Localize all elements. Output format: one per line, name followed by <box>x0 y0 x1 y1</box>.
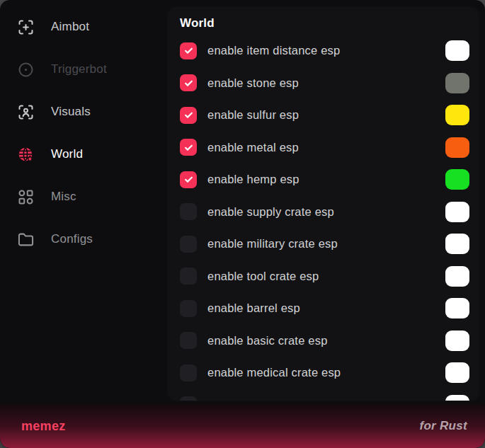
folder-icon <box>16 230 35 249</box>
sidebar-item-label: Misc <box>51 190 76 204</box>
option-label: enable sulfur esp <box>207 108 299 122</box>
brand-label: memez <box>21 419 66 434</box>
grid-icon <box>16 188 35 207</box>
color-swatch[interactable] <box>445 202 469 222</box>
checkbox[interactable] <box>180 236 197 253</box>
color-swatch[interactable] <box>445 362 469 383</box>
world-panel: World enable item distance esp enable st… <box>168 7 479 401</box>
option-label: enable supply crate esp <box>207 205 334 219</box>
color-swatch[interactable] <box>445 137 469 158</box>
option-row: enable barrel esp <box>168 292 479 325</box>
option-row <box>168 389 479 401</box>
checkbox[interactable] <box>180 42 197 59</box>
checkbox[interactable] <box>180 107 197 124</box>
color-swatch[interactable] <box>445 298 469 318</box>
checkbox[interactable] <box>180 268 197 285</box>
color-swatch[interactable] <box>445 331 469 351</box>
tagline-label: for Rust <box>419 419 467 433</box>
option-row: enable medical crate esp <box>168 357 479 389</box>
globe-star-icon <box>16 145 35 164</box>
checkbox[interactable] <box>180 203 197 220</box>
circle-dot-icon <box>16 60 35 79</box>
option-row: enable hemp esp <box>168 163 479 196</box>
sidebar-item-label: Aimbot <box>51 20 89 34</box>
color-swatch[interactable] <box>445 105 469 125</box>
option-list: enable item distance esp enable stone es… <box>168 35 479 401</box>
color-swatch[interactable] <box>445 169 469 190</box>
option-label: enable tool crate esp <box>207 270 319 283</box>
checkbox[interactable] <box>180 74 197 91</box>
color-swatch[interactable] <box>445 73 469 93</box>
option-label: enable stone esp <box>207 76 299 90</box>
checkbox[interactable] <box>180 300 197 317</box>
checkbox[interactable] <box>180 332 197 349</box>
sidebar-item-misc[interactable]: Misc <box>0 176 168 218</box>
option-label: enable medical crate esp <box>207 366 341 379</box>
option-row: enable tool crate esp <box>168 260 479 293</box>
option-row: enable basic crate esp <box>168 325 479 357</box>
color-swatch[interactable] <box>445 234 469 254</box>
sidebar-item-label: Triggerbot <box>51 62 107 76</box>
scan-plus-icon <box>16 18 35 37</box>
color-swatch[interactable] <box>445 40 469 61</box>
option-label: enable military crate esp <box>207 237 338 251</box>
option-row: enable item distance esp <box>168 35 479 67</box>
option-row: enable supply crate esp <box>168 196 479 229</box>
sidebar-item-label: World <box>51 147 83 161</box>
user-scan-icon <box>16 103 35 122</box>
cheat-menu-window: Aimbot Triggerbot Visuals World Misc Con… <box>0 0 485 448</box>
sidebar-item-triggerbot[interactable]: Triggerbot <box>0 48 168 91</box>
sidebar-item-label: Visuals <box>51 105 91 119</box>
sidebar-item-visuals[interactable]: Visuals <box>0 91 168 133</box>
page-title: World <box>180 16 479 30</box>
checkbox[interactable] <box>180 364 197 381</box>
sidebar-item-aimbot[interactable]: Aimbot <box>0 6 168 48</box>
sidebar-item-configs[interactable]: Configs <box>0 218 168 260</box>
checkbox[interactable] <box>180 396 197 401</box>
sidebar: Aimbot Triggerbot Visuals World Misc Con… <box>0 0 168 260</box>
color-swatch[interactable] <box>445 266 469 287</box>
sidebar-item-label: Configs <box>51 232 93 246</box>
option-label: enable item distance esp <box>207 44 340 57</box>
option-label: enable metal esp <box>207 141 299 154</box>
option-row: enable stone esp <box>168 67 479 100</box>
checkbox[interactable] <box>180 171 197 188</box>
checkbox[interactable] <box>180 139 197 156</box>
option-row: enable sulfur esp <box>168 99 479 132</box>
footer: memez for Rust <box>0 404 485 448</box>
sidebar-item-world[interactable]: World <box>0 133 168 176</box>
option-label: enable barrel esp <box>207 301 300 315</box>
option-label: enable hemp esp <box>207 173 299 186</box>
color-swatch[interactable] <box>445 395 469 401</box>
option-row: enable military crate esp <box>168 228 479 260</box>
option-label: enable basic crate esp <box>207 334 328 348</box>
option-row: enable metal esp <box>168 132 479 164</box>
